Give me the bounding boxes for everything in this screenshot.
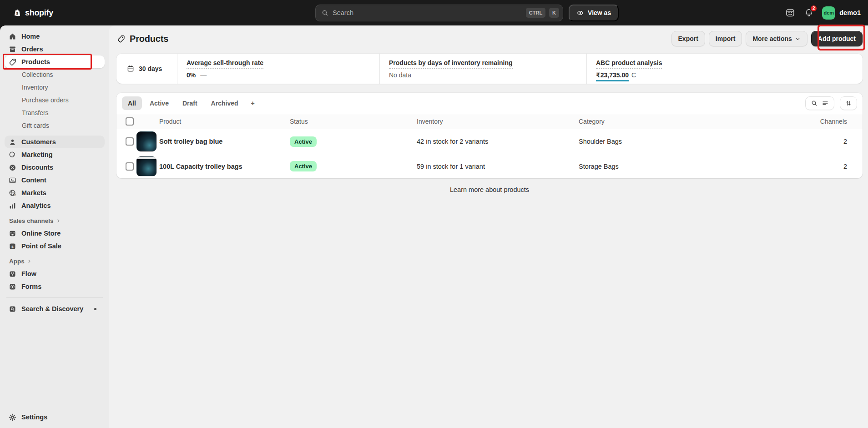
abc-grade: C <box>631 71 636 79</box>
page-title-text: Products <box>130 34 168 44</box>
sidebar-divider <box>6 297 103 298</box>
row-checkbox[interactable] <box>126 162 134 171</box>
metrics-bar: 30 days Average sell-through rate 0% — P… <box>116 54 863 84</box>
svg-text:S: S <box>16 11 18 15</box>
category-cell: Shoulder Bags <box>579 138 799 145</box>
export-button[interactable]: Export <box>671 31 705 46</box>
sidebar-item-orders[interactable]: Orders <box>5 43 105 55</box>
sidebar-item-inventory[interactable]: Inventory <box>5 81 105 94</box>
username: demo1 <box>839 9 861 16</box>
brand-wordmark: shopify <box>25 8 53 18</box>
notifications-button[interactable]: 2 <box>804 8 814 18</box>
app-frame: Home Orders Products Collections Invento… <box>0 25 868 428</box>
abc-value: ₹23,735.00 <box>596 71 629 81</box>
svg-text:$: $ <box>11 244 14 248</box>
sidebar-label: Content <box>21 176 46 184</box>
sidebar-item-home[interactable]: Home <box>5 30 105 43</box>
column-header-inventory[interactable]: Inventory <box>417 118 579 125</box>
tab-draft[interactable]: Draft <box>177 96 203 110</box>
view-as-button[interactable]: View as <box>569 5 619 21</box>
tab-archived[interactable]: Archived <box>205 96 244 110</box>
products-table-card: All Active Draft Archived + <box>116 93 863 178</box>
sidebar-label: Products <box>21 58 50 65</box>
search-filter-button[interactable] <box>805 96 834 110</box>
sidebar-item-customers[interactable]: Customers <box>5 136 105 148</box>
point-of-sale-icon: $ <box>8 242 17 251</box>
sidebar-item-collections[interactable]: Collections <box>5 68 105 81</box>
content-image-icon <box>8 176 17 185</box>
sidebar-item-search-discovery[interactable]: Search & Discovery <box>5 302 105 315</box>
kbd-ctrl: CTRL <box>526 8 545 18</box>
marketing-target-icon <box>8 151 17 159</box>
sidebar: Home Orders Products Collections Invento… <box>0 25 109 428</box>
category-cell: Storage Bags <box>579 163 799 170</box>
user-menu[interactable]: dem demo1 <box>822 6 861 20</box>
sidebar-item-transfers[interactable]: Transfers <box>5 106 105 119</box>
sidebar-item-online-store[interactable]: Online Store <box>5 227 105 240</box>
metric-title[interactable]: Average sell-through rate <box>187 59 263 69</box>
learn-more-link[interactable]: Learn more about products <box>450 186 529 193</box>
shopify-logo[interactable]: S shopify <box>13 8 149 18</box>
sidebar-bottom: Settings <box>5 411 105 423</box>
product-name[interactable]: Soft trolley bag blue <box>159 138 290 145</box>
update-dot <box>94 308 96 310</box>
table-tabs: All Active Draft Archived + <box>116 93 863 114</box>
sort-arrows-icon <box>845 100 852 107</box>
table-row[interactable]: 100L Capacity trolley bags Active 59 in … <box>116 154 863 178</box>
metric-title[interactable]: Products by days of inventory remaining <box>389 59 513 69</box>
table-row[interactable]: Soft trolley bag blue Active 42 in stock… <box>116 129 863 154</box>
sidebar-label: Transfers <box>22 109 49 116</box>
import-label: Import <box>716 35 736 42</box>
select-all-checkbox[interactable] <box>126 117 134 126</box>
sidebar-section-apps[interactable]: Apps <box>5 252 105 267</box>
column-header-product[interactable]: Product <box>159 118 290 125</box>
add-product-button[interactable]: Add product <box>811 31 863 46</box>
sidebar-item-markets[interactable]: $ Markets <box>5 186 105 199</box>
tab-all[interactable]: All <box>122 96 142 110</box>
sidebar-item-gift-cards[interactable]: Gift cards <box>5 119 105 132</box>
column-header-channels[interactable]: Channels <box>799 118 863 125</box>
sidebar-item-content[interactable]: Content <box>5 174 105 186</box>
metric-title[interactable]: ABC product analysis <box>596 59 662 69</box>
eye-icon <box>576 9 584 17</box>
global-search[interactable]: CTRL K <box>315 5 563 21</box>
chevron-down-icon <box>795 36 801 42</box>
date-range-selector[interactable]: 30 days <box>116 54 177 84</box>
inventory-cell: 59 in stock for 1 variant <box>417 163 579 170</box>
add-view-button[interactable]: + <box>246 96 260 110</box>
column-header-status[interactable]: Status <box>290 118 417 125</box>
sidebar-label: Home <box>21 33 40 40</box>
more-actions-button[interactable]: More actions <box>746 31 807 46</box>
export-label: Export <box>678 35 698 42</box>
status-badge: Active <box>290 161 317 171</box>
sidebar-item-point-of-sale[interactable]: $ Point of Sale <box>5 240 105 252</box>
tab-active[interactable]: Active <box>144 96 175 110</box>
sidebar-item-settings[interactable]: Settings <box>5 411 105 423</box>
section-label: Sales channels <box>9 217 54 224</box>
top-bar: S shopify CTRL K View as <box>0 0 868 25</box>
metric-value-row: No data <box>389 71 586 79</box>
more-actions-label: More actions <box>752 35 792 42</box>
column-header-category[interactable]: Category <box>579 118 799 125</box>
sidebar-label: Discounts <box>21 164 53 171</box>
row-checkbox[interactable] <box>126 137 134 146</box>
nav-gap <box>5 132 105 136</box>
forms-app-icon <box>8 282 17 291</box>
analytics-bars-icon <box>8 201 17 210</box>
metric-sell-through: Average sell-through rate 0% — <box>177 54 380 84</box>
sidebar-item-products[interactable]: Products <box>5 55 105 68</box>
sidebar-item-purchase-orders[interactable]: Purchase orders <box>5 94 105 106</box>
sidebar-section-sales-channels[interactable]: Sales channels <box>5 212 105 227</box>
sidebar-item-marketing[interactable]: Marketing <box>5 148 105 161</box>
import-button[interactable]: Import <box>709 31 742 46</box>
sidebar-item-forms[interactable]: Forms <box>5 280 105 293</box>
sidebar-item-flow[interactable]: Flow <box>5 267 105 280</box>
sidebar-item-analytics[interactable]: Analytics <box>5 199 105 212</box>
products-tag-icon <box>8 58 17 66</box>
page-title: Products <box>116 34 168 44</box>
browser-extension-face-icon[interactable] <box>785 7 796 18</box>
sidebar-item-discounts[interactable]: Discounts <box>5 161 105 174</box>
sort-button[interactable] <box>840 96 857 110</box>
search-input[interactable] <box>333 9 522 16</box>
product-name[interactable]: 100L Capacity trolley bags <box>159 163 290 170</box>
